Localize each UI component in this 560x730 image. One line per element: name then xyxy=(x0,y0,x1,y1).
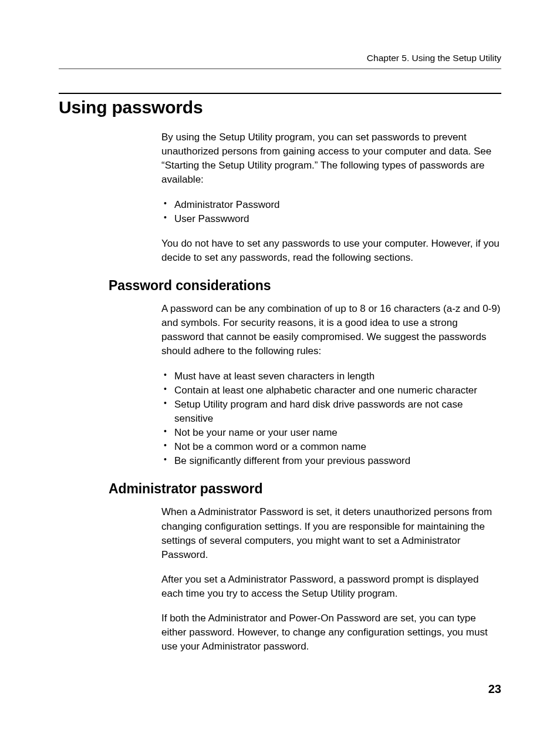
list-item: Must have at least seven characters in l… xyxy=(161,369,501,383)
list-item: Be significantly different from your pre… xyxy=(161,454,501,468)
intro-paragraph-2: You do not have to set any passwords to … xyxy=(161,237,501,265)
section-heading-administrator: Administrator password xyxy=(109,481,501,497)
considerations-paragraph: A password can be any combination of up … xyxy=(161,302,501,359)
title-rule xyxy=(59,93,501,94)
admin-paragraph-1: When a Administrator Password is set, it… xyxy=(161,505,501,562)
header-divider xyxy=(59,68,501,69)
password-types-list: Administrator Password User Passwword xyxy=(161,198,501,226)
running-header: Chapter 5. Using the Setup Utility xyxy=(59,53,501,63)
list-item: Administrator Password xyxy=(161,198,501,212)
list-item: User Passwword xyxy=(161,212,501,226)
page-title: Using passwords xyxy=(59,97,501,117)
page-number: 23 xyxy=(488,682,501,696)
list-item: Setup Utility program and hard disk driv… xyxy=(161,398,501,426)
list-item: Not be a common word or a common name xyxy=(161,440,501,454)
list-item: Contain at least one alphabetic characte… xyxy=(161,383,501,398)
admin-paragraph-3: If both the Administrator and Power-On P… xyxy=(161,611,501,654)
password-rules-list: Must have at least seven characters in l… xyxy=(161,369,501,469)
section-heading-considerations: Password considerations xyxy=(109,278,501,294)
intro-paragraph-1: By using the Setup Utility program, you … xyxy=(161,130,501,187)
admin-paragraph-2: After you set a Administrator Password, … xyxy=(161,573,501,601)
list-item: Not be your name or your user name xyxy=(161,426,501,440)
